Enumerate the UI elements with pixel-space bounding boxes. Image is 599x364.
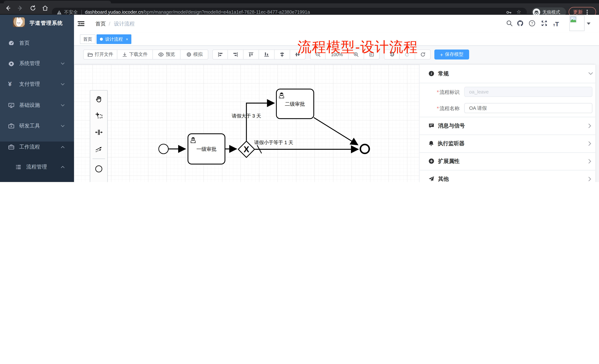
fullscreen-icon[interactable] <box>541 20 547 27</box>
chevron-right-icon[interactable] <box>588 141 592 146</box>
bpmn-canvas[interactable]: 一级审批 X <box>74 64 595 182</box>
browser-tab-strip <box>0 0 599 3</box>
list-tree-icon <box>16 164 21 170</box>
start-event[interactable] <box>159 144 168 154</box>
svg-text:?: ? <box>531 21 533 25</box>
svg-text:i: i <box>431 71 432 76</box>
download-file-button[interactable]: 下载文件 <box>117 50 153 59</box>
section-execution-listener[interactable]: 执行监听器 <box>420 135 595 152</box>
refresh-icon <box>420 52 426 57</box>
align-top-button[interactable] <box>243 50 259 59</box>
chevron-right-icon[interactable] <box>588 123 592 128</box>
open-file-button[interactable]: 打开文件 <box>83 50 117 59</box>
section-general[interactable]: i 常规 <box>420 64 595 83</box>
chevron-down-icon <box>61 125 65 127</box>
process-key-input[interactable]: oa_leave <box>464 87 592 97</box>
tab-design-process[interactable]: 设计流程 × <box>97 34 132 44</box>
comment-icon <box>428 123 434 128</box>
url-divider <box>81 10 82 15</box>
info-icon: i <box>428 71 434 76</box>
plus-circle-icon <box>428 158 434 164</box>
folder-open-icon <box>87 52 93 57</box>
align-bottom-button[interactable] <box>259 50 274 59</box>
chevron-up-icon <box>61 146 65 149</box>
sidebar-item-payment[interactable]: ¥ 支付管理 <box>0 76 74 92</box>
chevron-down-icon[interactable] <box>588 72 593 75</box>
sidebar-item-process-mgmt[interactable]: 流程管理 <box>0 159 74 175</box>
eye-icon <box>158 52 164 57</box>
section-message-signal[interactable]: 消息与信号 <box>420 117 595 135</box>
url-path[interactable]: /bpm/manager/model/design?modelId=e4a1a1… <box>143 10 310 15</box>
sidebar-item-home[interactable]: 首页 <box>0 35 74 51</box>
sidebar-item-label: 工作流程 <box>19 144 40 150</box>
sidebar: 芋道管理系统 首页 系统管理 ¥ 支付管理 <box>0 15 74 182</box>
edge-label-gt3[interactable]: 请假大于 3 天 <box>232 113 261 119</box>
reload-icon[interactable] <box>30 5 36 11</box>
svg-text:二级审批: 二级审批 <box>285 101 305 107</box>
section-other[interactable]: 其他 <box>420 170 595 182</box>
incognito-label: 无痕模式 <box>542 9 560 15</box>
security-warning-icon[interactable] <box>57 10 62 15</box>
breadcrumb-current: 设计流程 <box>114 21 135 27</box>
font-size-icon[interactable]: тT <box>553 21 559 28</box>
browser-chrome: 不安全 dashboard.yudao.iocoder.cn/bpm/manag… <box>0 0 599 15</box>
avatar-caret-icon[interactable] <box>587 23 590 25</box>
dashboard-icon <box>8 40 14 46</box>
simulate-button[interactable]: 模拟 <box>181 50 208 59</box>
search-icon[interactable] <box>506 20 513 27</box>
security-label[interactable]: 不安全 <box>64 9 78 15</box>
app-logo-row[interactable]: 芋道管理系统 <box>0 15 74 32</box>
task-level2-approve[interactable]: 二级审批 <box>276 89 314 119</box>
main-area: 首页 / 设计流程 ? тT <box>74 15 599 182</box>
sidebar-item-label: 基础设施 <box>19 102 40 109</box>
chevron-right-icon[interactable] <box>588 177 592 181</box>
process-name-input[interactable]: OA 请假 <box>464 103 592 113</box>
chevron-down-icon <box>61 62 65 65</box>
screen: 不安全 dashboard.yudao.iocoder.cn/bpm/manag… <box>0 0 599 182</box>
back-icon[interactable] <box>4 5 11 11</box>
preview-button[interactable]: 预览 <box>153 50 181 59</box>
flow-gateway-to-task2[interactable] <box>247 103 274 141</box>
tab-home[interactable]: 首页 <box>80 34 96 44</box>
yen-icon: ¥ <box>8 81 12 88</box>
sidebar-item-infra[interactable]: 基础设施 <box>0 97 74 113</box>
flow-task2-to-end[interactable] <box>314 118 358 145</box>
sidebar-collapse-icon[interactable] <box>78 20 84 27</box>
avatar[interactable] <box>569 16 585 31</box>
exclusive-gateway[interactable]: X <box>238 141 255 157</box>
github-icon[interactable] <box>517 20 524 27</box>
bookmark-star-icon[interactable]: ☆ <box>517 9 521 15</box>
key-icon[interactable] <box>506 10 512 15</box>
plus-icon: + <box>440 51 443 58</box>
home-icon[interactable] <box>42 5 48 11</box>
chip-icon <box>186 52 192 57</box>
update-label[interactable]: 更新 <box>573 9 583 15</box>
align-right-button[interactable] <box>228 50 243 59</box>
sidebar-item-workflow[interactable]: 工作流程 <box>0 139 74 155</box>
align-left-button[interactable] <box>212 50 228 59</box>
chevron-right-icon[interactable] <box>588 159 592 163</box>
help-icon[interactable]: ? <box>529 20 535 27</box>
breadcrumb-home[interactable]: 首页 <box>96 21 106 27</box>
section-extended-attributes[interactable]: 扩展属性 <box>420 152 595 170</box>
sidebar-item-system[interactable]: 系统管理 <box>0 55 74 72</box>
align-left-icon <box>217 52 223 57</box>
align-top-icon <box>248 52 254 57</box>
tab-close-icon[interactable]: × <box>126 37 128 41</box>
tab-label: 设计流程 <box>105 36 123 42</box>
align-horizontal-center-button[interactable] <box>274 50 290 59</box>
align-right-icon <box>233 52 238 57</box>
sidebar-item-devtools[interactable]: 研发工具 <box>0 118 74 134</box>
sidebar-item-label: 支付管理 <box>19 81 40 88</box>
sidebar-item-process-form[interactable]: 流程表单 <box>0 178 74 182</box>
edge-label-le1[interactable]: 请假小于等于 1 天 <box>254 140 293 145</box>
end-event[interactable] <box>360 144 369 153</box>
browser-menu-icon[interactable] <box>586 9 588 15</box>
task-level1-approve[interactable]: 一级审批 <box>188 134 225 164</box>
url-host[interactable]: dashboard.yudao.iocoder.cn <box>85 10 143 15</box>
sidebar-item-label: 系统管理 <box>19 60 40 67</box>
app-header: 首页 / 设计流程 ? тT <box>74 15 599 33</box>
save-model-button[interactable]: + 保存模型 <box>434 50 469 59</box>
app-page: 芋道管理系统 首页 系统管理 ¥ 支付管理 <box>0 15 599 182</box>
forward-icon[interactable] <box>17 5 24 11</box>
